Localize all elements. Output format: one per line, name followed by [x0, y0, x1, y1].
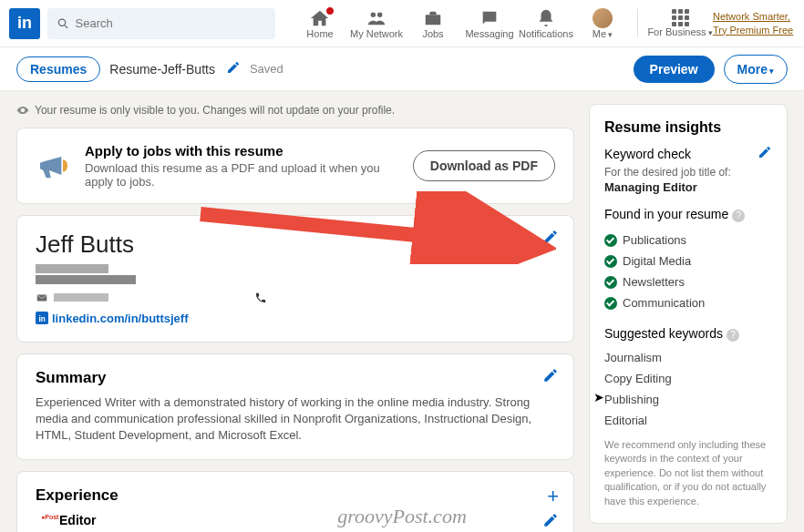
email-row [36, 290, 108, 304]
suggested-note: We recommend only including these keywor… [604, 438, 772, 508]
summary-text: Experienced Writer with a demonstrated h… [36, 394, 555, 445]
keyword-check-label: Keyword check [604, 147, 691, 161]
nav-jobs[interactable]: Jobs [406, 8, 460, 39]
nav-label: For Business [647, 26, 712, 37]
check-icon [604, 234, 617, 247]
svg-line-1 [65, 25, 67, 27]
svg-rect-4 [426, 15, 441, 25]
network-icon [366, 8, 387, 28]
edit-keyword-icon[interactable] [758, 145, 772, 162]
target-job-title: Managing Editor [604, 180, 772, 194]
apps-icon [672, 9, 689, 26]
check-icon [604, 297, 617, 310]
nav-label: Home [306, 28, 333, 39]
apply-desc: Download this resume as a PDF and upload… [85, 161, 400, 189]
apply-card: Apply to jobs with this resume Download … [16, 128, 574, 204]
for-business-menu[interactable]: For Business [647, 9, 713, 37]
help-icon[interactable]: ? [727, 329, 739, 342]
svg-text:in: in [39, 315, 46, 323]
phone-icon [254, 292, 267, 304]
apply-title: Apply to jobs with this resume [85, 143, 400, 159]
list-item: Publishing [604, 389, 772, 410]
summary-heading: Summary [36, 369, 555, 387]
list-item: Copy Editing [604, 368, 772, 389]
avatar [593, 8, 613, 28]
nav-home[interactable]: Home [293, 8, 347, 39]
edit-summary-icon[interactable] [542, 367, 559, 387]
resume-name: Jeff Butts [36, 230, 555, 259]
svg-point-3 [377, 12, 383, 16]
rename-icon[interactable] [226, 60, 241, 78]
experience-card: + Experience ●PostEditor groovyPost Oct … [16, 471, 574, 532]
nav-label: Me [593, 28, 613, 39]
nav-label: My Network [350, 28, 403, 39]
list-item: Publications [604, 230, 772, 251]
list-item: Newsletters [604, 271, 772, 292]
email-icon [36, 292, 48, 304]
notification-badge [325, 6, 335, 15]
more-button[interactable]: More [724, 55, 788, 84]
search-icon [57, 16, 70, 31]
help-icon[interactable]: ? [732, 210, 745, 222]
suggested-heading: Suggested keywords? [604, 326, 772, 342]
experience-heading: Experience [36, 486, 555, 505]
search-box[interactable] [47, 8, 275, 39]
mouse-cursor: ➤ [593, 390, 604, 404]
premium-link[interactable]: Network Smarter, Try Premium Free [713, 10, 795, 36]
company-logo: ●Post [41, 514, 54, 527]
insights-heading: Resume insights [604, 119, 772, 136]
linkedin-logo[interactable]: in [9, 8, 40, 39]
bell-icon [536, 8, 556, 28]
eye-icon [16, 104, 29, 117]
briefcase-icon [423, 8, 443, 28]
svg-point-0 [58, 19, 65, 26]
edit-header-icon[interactable] [542, 229, 559, 249]
saved-status: Saved [250, 62, 283, 76]
linkedin-icon: in [36, 312, 48, 324]
toolbar: Resumes Resume-Jeff-Butts Saved Preview … [0, 47, 804, 91]
resume-header-card: Jeff Butts in linkedin.com/in/buttsjeff [16, 215, 574, 343]
preview-button[interactable]: Preview [634, 56, 715, 83]
svg-rect-5 [37, 294, 47, 301]
nav-label: Notifications [519, 28, 573, 39]
found-keywords-list: Publications Digital Media Newsletters C… [604, 230, 772, 313]
svg-point-2 [371, 12, 376, 16]
nav-notifications[interactable]: Notifications [519, 8, 573, 39]
watermark: groovyPost.com [337, 505, 467, 528]
suggested-keywords-list: Journalism Copy Editing Publishing Edito… [604, 347, 772, 431]
linkedin-url[interactable]: in linkedin.com/in/buttsjeff [36, 312, 555, 325]
check-icon [604, 255, 617, 268]
summary-card: Summary Experienced Writer with a demons… [16, 353, 574, 460]
nav-messaging[interactable]: Messaging [462, 8, 517, 39]
add-experience-icon[interactable]: + [547, 485, 559, 508]
check-icon [604, 276, 617, 289]
job-title: Editor [59, 513, 96, 527]
nav-me[interactable]: Me [575, 8, 630, 39]
list-item: Digital Media [604, 251, 772, 271]
insights-card: Resume insights Keyword check For the de… [589, 104, 788, 524]
visibility-notice: Your resume is only visible to you. Chan… [16, 104, 574, 117]
download-pdf-button[interactable]: Download as PDF [413, 150, 555, 181]
nav-label: Jobs [422, 28, 443, 39]
top-nav: in Home My Network Jobs Messaging Notifi… [0, 0, 804, 47]
search-input[interactable] [76, 16, 266, 30]
found-heading: Found in your resume? [604, 207, 772, 222]
redacted-info [36, 264, 555, 284]
message-icon [479, 8, 500, 28]
phone-row [254, 290, 267, 304]
list-item: Journalism [604, 347, 772, 368]
megaphone-icon [36, 148, 72, 184]
doc-title: Resume-Jeff-Butts [109, 62, 215, 77]
list-item: Editorial [604, 410, 772, 431]
list-item: Communication [604, 292, 772, 313]
nav-label: Messaging [465, 28, 513, 39]
edit-experience-icon[interactable] [542, 512, 559, 532]
resumes-pill[interactable]: Resumes [16, 56, 100, 82]
nav-network[interactable]: My Network [349, 8, 404, 39]
insights-desc: For the desired job title of: [604, 166, 772, 179]
